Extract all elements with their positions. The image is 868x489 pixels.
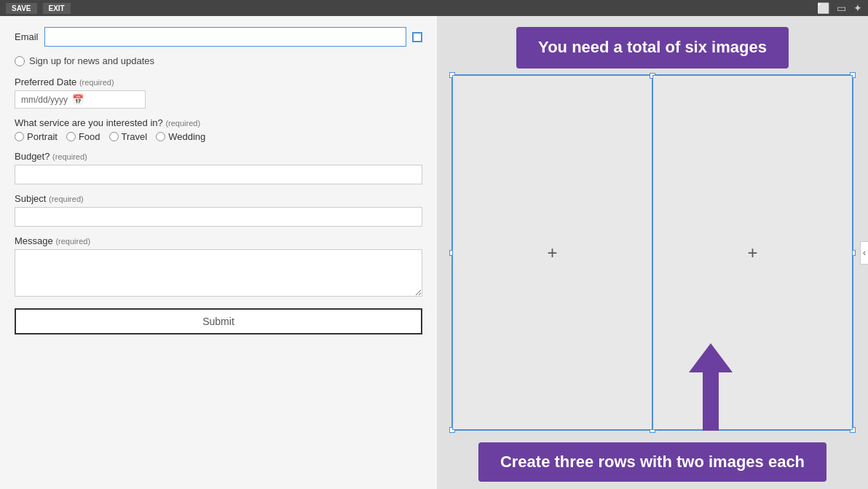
image-cell-1[interactable]: + <box>452 75 652 430</box>
annotation-top-container: You need a total of six images <box>437 27 868 69</box>
radio-wedding-input[interactable] <box>156 132 165 141</box>
form-panel: Email Sign up for news and updates Prefe… <box>0 16 437 489</box>
service-section: What service are you interested in? (req… <box>15 117 422 142</box>
radio-travel-label: Travel <box>122 131 148 142</box>
subject-label: Subject (required) <box>15 193 422 204</box>
collapse-panel-button[interactable]: ‹ <box>860 241 868 265</box>
calendar-icon: 📅 <box>72 94 84 105</box>
top-annotation-banner: You need a total of six images <box>516 27 789 69</box>
tablet-icon[interactable]: ▭ <box>837 2 846 14</box>
subject-input[interactable] <box>15 207 422 227</box>
date-label: Preferred Date (required) <box>15 77 422 87</box>
image-cell-2[interactable]: + <box>652 75 853 430</box>
image-panel: You need a total of six images + + <box>437 16 868 489</box>
toolbar-icons: ⬜ ▭ ✦ <box>817 2 862 14</box>
arrow-head <box>689 343 733 372</box>
email-input[interactable] <box>44 27 406 47</box>
image-grid: + + <box>451 74 853 431</box>
monitor-icon[interactable]: ⬜ <box>817 2 829 14</box>
radio-food: Food <box>66 131 100 142</box>
bottom-annotation-banner: Create three rows with two images each <box>478 442 826 482</box>
save-button[interactable]: SAVE <box>6 3 37 14</box>
radio-portrait-label: Portrait <box>27 131 58 142</box>
budget-label: Budget? (required) <box>15 151 422 162</box>
submit-button[interactable]: Submit <box>15 308 422 335</box>
add-image-icon-2[interactable]: + <box>747 243 757 263</box>
service-label: What service are you interested in? (req… <box>15 117 422 128</box>
radio-portrait-input[interactable] <box>15 132 24 141</box>
newsletter-label: Sign up for news and updates <box>29 55 154 66</box>
email-selection-handle <box>412 32 422 42</box>
email-label: Email <box>15 31 39 42</box>
date-placeholder: mm/dd/yyyy <box>21 95 68 105</box>
arrow-shaft <box>703 372 719 431</box>
main-area: Email Sign up for news and updates Prefe… <box>0 16 868 489</box>
radio-portrait: Portrait <box>15 131 58 142</box>
newsletter-checkbox[interactable] <box>15 56 25 66</box>
radio-travel: Travel <box>109 131 148 142</box>
message-section: Message (required) <box>15 235 422 300</box>
settings-icon[interactable]: ✦ <box>853 2 862 14</box>
email-row: Email <box>15 27 422 47</box>
message-label: Message (required) <box>15 235 422 246</box>
radio-travel-input[interactable] <box>109 132 119 141</box>
date-input-container: mm/dd/yyyy 📅 <box>15 90 146 109</box>
annotation-bottom-container: Create three rows with two images each <box>437 442 868 482</box>
budget-section: Budget? (required) <box>15 151 422 184</box>
exit-button[interactable]: EXIT <box>43 3 71 14</box>
date-section: Preferred Date (required) mm/dd/yyyy 📅 <box>15 77 422 109</box>
newsletter-row: Sign up for news and updates <box>15 55 422 66</box>
arrow-container <box>689 345 733 431</box>
add-image-icon-1[interactable]: + <box>547 243 557 263</box>
radio-wedding-label: Wedding <box>168 131 205 142</box>
radio-food-label: Food <box>79 131 100 142</box>
service-radio-group: Portrait Food Travel Wedding <box>15 131 422 142</box>
budget-input[interactable] <box>15 165 422 184</box>
toolbar: SAVE EXIT ⬜ ▭ ✦ <box>0 0 868 16</box>
radio-wedding: Wedding <box>156 131 205 142</box>
subject-section: Subject (required) <box>15 193 422 227</box>
submit-row: Submit <box>15 308 422 335</box>
radio-food-input[interactable] <box>66 132 76 141</box>
message-input[interactable] <box>15 249 422 297</box>
